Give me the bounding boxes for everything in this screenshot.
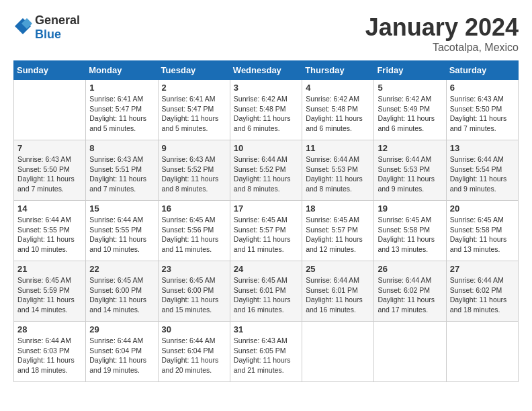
- day-number: 19: [378, 203, 442, 214]
- calendar-cell: 23Sunrise: 6:45 AMSunset: 6:00 PMDayligh…: [158, 261, 230, 322]
- day-info: Sunrise: 6:43 AMSunset: 5:51 PMDaylight:…: [89, 154, 154, 194]
- calendar-cell: 17Sunrise: 6:45 AMSunset: 5:57 PMDayligh…: [230, 201, 302, 261]
- calendar-cell: 3Sunrise: 6:42 AMSunset: 5:48 PMDaylight…: [230, 80, 302, 140]
- logo: General Blue: [13, 13, 80, 42]
- calendar-cell: 21Sunrise: 6:45 AMSunset: 5:59 PMDayligh…: [14, 261, 86, 322]
- day-number: 9: [162, 143, 226, 153]
- weekday-header: Wednesday: [230, 61, 302, 80]
- day-info: Sunrise: 6:45 AMSunset: 5:58 PMDaylight:…: [450, 215, 515, 255]
- calendar-header-row: SundayMondayTuesdayWednesdayThursdayFrid…: [14, 61, 519, 80]
- title-block: January 2024 Tacotalpa, Mexico: [365, 13, 519, 54]
- day-info: Sunrise: 6:42 AMSunset: 5:48 PMDaylight:…: [234, 94, 298, 134]
- calendar-cell: 11Sunrise: 6:44 AMSunset: 5:53 PMDayligh…: [302, 140, 374, 201]
- month-title: January 2024: [365, 13, 519, 42]
- day-number: 22: [89, 264, 154, 274]
- day-info: Sunrise: 6:44 AMSunset: 6:03 PMDaylight:…: [17, 336, 82, 375]
- calendar-week-row: 21Sunrise: 6:45 AMSunset: 5:59 PMDayligh…: [14, 261, 519, 322]
- day-info: Sunrise: 6:44 AMSunset: 5:52 PMDaylight:…: [234, 154, 298, 194]
- day-number: 25: [306, 264, 370, 274]
- day-info: Sunrise: 6:41 AMSunset: 5:47 PMDaylight:…: [162, 94, 226, 134]
- page-header: General Blue January 2024 Tacotalpa, Mex…: [13, 13, 519, 54]
- day-info: Sunrise: 6:45 AMSunset: 6:01 PMDaylight:…: [234, 275, 298, 315]
- weekday-header: Sunday: [14, 61, 86, 80]
- calendar-cell: 7Sunrise: 6:43 AMSunset: 5:50 PMDaylight…: [14, 140, 86, 201]
- calendar-cell: 30Sunrise: 6:44 AMSunset: 6:04 PMDayligh…: [158, 322, 230, 382]
- calendar-cell: [446, 322, 518, 382]
- weekday-header: Thursday: [302, 61, 374, 80]
- weekday-header: Monday: [86, 61, 158, 80]
- location-subtitle: Tacotalpa, Mexico: [365, 42, 519, 54]
- day-number: 5: [378, 83, 442, 93]
- day-info: Sunrise: 6:43 AMSunset: 6:05 PMDaylight:…: [234, 336, 298, 375]
- day-number: 28: [17, 324, 82, 334]
- day-info: Sunrise: 6:43 AMSunset: 5:50 PMDaylight:…: [450, 94, 515, 134]
- day-info: Sunrise: 6:45 AMSunset: 6:00 PMDaylight:…: [89, 275, 154, 315]
- calendar-cell: 10Sunrise: 6:44 AMSunset: 5:52 PMDayligh…: [230, 140, 302, 201]
- day-info: Sunrise: 6:43 AMSunset: 5:52 PMDaylight:…: [162, 154, 226, 194]
- calendar-cell: 8Sunrise: 6:43 AMSunset: 5:51 PMDaylight…: [86, 140, 158, 201]
- day-number: 16: [162, 203, 226, 214]
- day-number: 3: [234, 83, 298, 93]
- day-info: Sunrise: 6:44 AMSunset: 5:53 PMDaylight:…: [378, 154, 442, 194]
- day-info: Sunrise: 6:44 AMSunset: 6:02 PMDaylight:…: [450, 275, 515, 315]
- calendar-week-row: 1Sunrise: 6:41 AMSunset: 5:47 PMDaylight…: [14, 80, 519, 140]
- day-number: 2: [162, 83, 226, 93]
- calendar-cell: 6Sunrise: 6:43 AMSunset: 5:50 PMDaylight…: [446, 80, 518, 140]
- day-info: Sunrise: 6:44 AMSunset: 6:04 PMDaylight:…: [162, 336, 226, 375]
- day-info: Sunrise: 6:44 AMSunset: 6:02 PMDaylight:…: [378, 275, 442, 315]
- calendar-cell: 15Sunrise: 6:44 AMSunset: 5:55 PMDayligh…: [86, 201, 158, 261]
- calendar-cell: 20Sunrise: 6:45 AMSunset: 5:58 PMDayligh…: [446, 201, 518, 261]
- calendar-cell: 24Sunrise: 6:45 AMSunset: 6:01 PMDayligh…: [230, 261, 302, 322]
- day-number: 11: [306, 143, 370, 153]
- day-info: Sunrise: 6:43 AMSunset: 5:50 PMDaylight:…: [17, 154, 82, 194]
- day-info: Sunrise: 6:45 AMSunset: 5:59 PMDaylight:…: [17, 275, 82, 315]
- day-number: 6: [450, 83, 515, 93]
- day-info: Sunrise: 6:44 AMSunset: 6:01 PMDaylight:…: [306, 275, 370, 315]
- weekday-header: Friday: [374, 61, 446, 80]
- calendar-cell: 25Sunrise: 6:44 AMSunset: 6:01 PMDayligh…: [302, 261, 374, 322]
- day-info: Sunrise: 6:44 AMSunset: 5:55 PMDaylight:…: [89, 215, 154, 255]
- calendar-cell: 18Sunrise: 6:45 AMSunset: 5:57 PMDayligh…: [302, 201, 374, 261]
- day-number: 27: [450, 264, 515, 274]
- calendar-week-row: 28Sunrise: 6:44 AMSunset: 6:03 PMDayligh…: [14, 322, 519, 382]
- logo-text: General Blue: [35, 13, 80, 42]
- calendar-cell: 2Sunrise: 6:41 AMSunset: 5:47 PMDaylight…: [158, 80, 230, 140]
- calendar-cell: 4Sunrise: 6:42 AMSunset: 5:48 PMDaylight…: [302, 80, 374, 140]
- day-number: 29: [89, 324, 154, 334]
- day-number: 13: [450, 143, 515, 153]
- calendar-cell: 5Sunrise: 6:42 AMSunset: 5:49 PMDaylight…: [374, 80, 446, 140]
- day-number: 15: [89, 203, 154, 214]
- day-number: 10: [234, 143, 298, 153]
- calendar-cell: 1Sunrise: 6:41 AMSunset: 5:47 PMDaylight…: [86, 80, 158, 140]
- day-info: Sunrise: 6:45 AMSunset: 5:56 PMDaylight:…: [162, 215, 226, 255]
- day-number: 24: [234, 264, 298, 274]
- calendar-cell: 19Sunrise: 6:45 AMSunset: 5:58 PMDayligh…: [374, 201, 446, 261]
- day-info: Sunrise: 6:44 AMSunset: 6:04 PMDaylight:…: [89, 336, 154, 375]
- logo-blue: Blue: [35, 28, 61, 41]
- day-number: 7: [17, 143, 82, 153]
- day-info: Sunrise: 6:45 AMSunset: 5:57 PMDaylight:…: [234, 215, 298, 255]
- calendar-cell: [14, 80, 86, 140]
- calendar-cell: [374, 322, 446, 382]
- calendar-cell: 22Sunrise: 6:45 AMSunset: 6:00 PMDayligh…: [86, 261, 158, 322]
- day-number: 20: [450, 203, 515, 214]
- weekday-header: Saturday: [446, 61, 518, 80]
- day-info: Sunrise: 6:45 AMSunset: 5:57 PMDaylight:…: [306, 215, 370, 255]
- calendar-cell: [302, 322, 374, 382]
- logo-icon: [13, 17, 32, 38]
- calendar-cell: 9Sunrise: 6:43 AMSunset: 5:52 PMDaylight…: [158, 140, 230, 201]
- calendar-cell: 28Sunrise: 6:44 AMSunset: 6:03 PMDayligh…: [14, 322, 86, 382]
- day-number: 1: [89, 83, 154, 93]
- day-number: 14: [17, 203, 82, 214]
- calendar-cell: 13Sunrise: 6:44 AMSunset: 5:54 PMDayligh…: [446, 140, 518, 201]
- calendar-cell: 14Sunrise: 6:44 AMSunset: 5:55 PMDayligh…: [14, 201, 86, 261]
- day-info: Sunrise: 6:42 AMSunset: 5:48 PMDaylight:…: [306, 94, 370, 134]
- day-number: 8: [89, 143, 154, 153]
- calendar-week-row: 7Sunrise: 6:43 AMSunset: 5:50 PMDaylight…: [14, 140, 519, 201]
- calendar-cell: 12Sunrise: 6:44 AMSunset: 5:53 PMDayligh…: [374, 140, 446, 201]
- day-info: Sunrise: 6:44 AMSunset: 5:53 PMDaylight:…: [306, 154, 370, 194]
- day-info: Sunrise: 6:45 AMSunset: 6:00 PMDaylight:…: [162, 275, 226, 315]
- calendar-week-row: 14Sunrise: 6:44 AMSunset: 5:55 PMDayligh…: [14, 201, 519, 261]
- logo-general: General: [35, 13, 80, 27]
- calendar-cell: 26Sunrise: 6:44 AMSunset: 6:02 PMDayligh…: [374, 261, 446, 322]
